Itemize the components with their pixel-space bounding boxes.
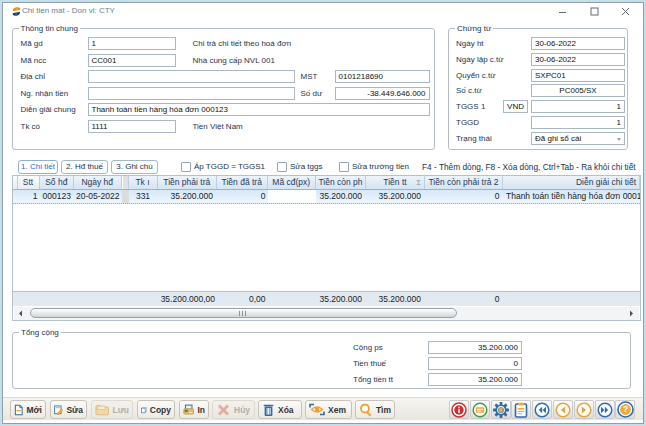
bottom-toolbar: Mới Sửa Lưu Copy: [3, 397, 643, 420]
grid-header-stt[interactable]: Stt: [18, 176, 40, 189]
so-ctu-label: Số c.từ: [456, 84, 482, 97]
info-button[interactable]: [449, 400, 469, 419]
grid-header-so-hd[interactable]: Số hđ: [40, 176, 75, 189]
dia-chi-input[interactable]: [88, 70, 295, 83]
tggd-input[interactable]: 1: [531, 116, 625, 129]
tggs1-currency-input[interactable]: VND: [503, 100, 528, 113]
cell-ma-cd[interactable]: [268, 190, 317, 203]
sua-tggs-checkbox[interactable]: [277, 162, 287, 172]
tk-co-input[interactable]: 1111: [88, 120, 176, 133]
tong-tien-tt-input[interactable]: 35.200.000: [428, 373, 522, 386]
grid-header-ma-cd[interactable]: Mã cđ(px): [268, 176, 317, 189]
general-info-legend: Thông tin chung: [19, 23, 80, 34]
tggs1-rate-input[interactable]: 1: [531, 100, 625, 113]
trang-thai-select[interactable]: Đã ghi sổ cái: [531, 132, 625, 145]
next-record-button[interactable]: [574, 400, 594, 419]
summary-tien-tt: 35.200.000: [366, 293, 425, 306]
trang-thai-label: Trạng thái: [456, 132, 492, 145]
grid-header-row: Stt Số hđ Ngày hđ Tk ı Tiền phải trả Tiề…: [13, 176, 640, 190]
grid-header-dien-giai[interactable]: Diễn giải chi tiết: [503, 176, 640, 189]
print-button[interactable]: In: [179, 400, 209, 419]
minimize-button[interactable]: [550, 3, 574, 20]
help-button[interactable]: ?: [615, 400, 635, 419]
delete-button-label: Xóa: [278, 405, 294, 415]
title-bar[interactable]: Chi tien mat - Don vi: CTY: [3, 3, 643, 21]
document-legend: Chứng từ: [455, 23, 493, 34]
app-window: Chi tien mat - Don vi: CTY Thông tin chu…: [0, 0, 646, 426]
edit-button[interactable]: Sửa: [50, 400, 87, 419]
so-du-input[interactable]: -38.449.646.000: [335, 87, 430, 100]
cell-so-hd[interactable]: 000123: [40, 190, 75, 203]
copy-icon: [141, 403, 147, 417]
cong-ps-input[interactable]: 35.200.000: [428, 341, 522, 354]
cell-tien-phai-tra[interactable]: 35.200.000: [158, 190, 218, 203]
scroll-left-arrow[interactable]: [14, 307, 28, 320]
find-button[interactable]: Tìm: [355, 400, 395, 419]
ma-gd-input[interactable]: 1: [88, 37, 176, 50]
grid-header-tien-con-phai-tra-2[interactable]: Tiền còn phải trả 2: [425, 176, 503, 189]
ma-ncc-input[interactable]: CC001: [88, 54, 176, 67]
report-button[interactable]: [511, 400, 531, 419]
new-button[interactable]: Mới: [10, 400, 46, 419]
ng-nhan-tien-input[interactable]: [88, 87, 295, 100]
ma-gd-label: Mã gd: [21, 37, 43, 50]
save-button[interactable]: Lưu: [91, 400, 133, 419]
cancel-button[interactable]: Hủy: [212, 400, 255, 419]
tab-hd-thue[interactable]: 2. Hđ thuế: [61, 160, 108, 174]
note-button[interactable]: [470, 400, 490, 419]
find-button-label: Tìm: [376, 405, 391, 415]
mst-input[interactable]: 0101218690: [335, 70, 430, 83]
close-icon: [621, 7, 630, 16]
previous-record-button[interactable]: [553, 400, 573, 419]
summary-tien-con-phai: 35.200.000: [316, 293, 366, 306]
settings-icon: [493, 402, 509, 418]
delete-button[interactable]: Xóa: [258, 400, 302, 419]
close-button[interactable]: [613, 3, 637, 20]
grid-header-tien-phai-tra[interactable]: Tiền phải trả: [158, 176, 218, 189]
cell-tien-tt[interactable]: 35.200.000: [366, 190, 425, 203]
ngay-lap-ctu-input[interactable]: 30-06-2022: [531, 53, 625, 66]
so-du-label: Số dư: [301, 87, 323, 100]
first-record-button[interactable]: [532, 400, 552, 419]
horizontal-scrollbar[interactable]: [14, 307, 639, 320]
grid-header-tien-con-phai[interactable]: Tiền còn ph: [316, 176, 366, 189]
tab-ghi-chu[interactable]: 3. Ghi chú: [111, 160, 158, 174]
cell-stt[interactable]: 1: [18, 190, 40, 203]
view-button[interactable]: Xem: [305, 400, 352, 419]
report-icon: [513, 402, 529, 418]
maximize-button[interactable]: [582, 3, 606, 20]
grid-header-tk[interactable]: Tk ı: [129, 176, 158, 189]
cong-ps-label: Cộng ps: [353, 341, 383, 354]
dien-giai-chung-input[interactable]: Thanh toán tiền hàng hóa đơn 000123: [88, 103, 430, 116]
copy-button[interactable]: Copy: [137, 400, 175, 419]
tab-chi-tiet[interactable]: 1. Chi tiết: [18, 160, 58, 174]
grid-header-splitter[interactable]: [122, 176, 129, 189]
sua-truong-tien-checkbox[interactable]: [339, 162, 349, 172]
tien-thue-input[interactable]: 0: [428, 357, 522, 370]
settings-button[interactable]: [491, 400, 511, 419]
so-ctu-input[interactable]: PC005/SX: [531, 84, 625, 97]
ap-tggd-checkbox[interactable]: [181, 162, 191, 172]
last-record-button[interactable]: [595, 400, 615, 419]
cell-tk[interactable]: 331: [129, 190, 158, 203]
summary-tien-da-tra: 0,00: [217, 293, 268, 306]
grid-header-ngay-hd[interactable]: Ngày hđ: [74, 176, 122, 189]
scrollbar-thumb[interactable]: [30, 308, 457, 318]
copy-button-label: Copy: [150, 405, 171, 415]
cell-tien-da-tra[interactable]: 0: [217, 190, 268, 203]
ma-ncc-description: Nhà cung cấp NVL 001: [193, 54, 275, 67]
sua-tggs-label: Sửa tggs: [290, 161, 322, 173]
grid-header-tien-da-tra[interactable]: Tiền đã trả: [217, 176, 268, 189]
cell-tien-con-phai-tra-2[interactable]: 0: [425, 190, 503, 203]
cell-dien-giai[interactable]: Thanh toán tiền hàng hóa đơn 0001: [503, 190, 640, 203]
quyen-ctu-input[interactable]: SXPC01: [531, 69, 625, 82]
previous-record-icon: [555, 402, 571, 418]
grid-row-1[interactable]: 1 000123 20-05-2022 331 35.200.000 0 35.…: [13, 190, 640, 204]
ngay-ht-input[interactable]: 30-06-2022: [531, 37, 625, 50]
chevron-down-icon: [617, 138, 621, 141]
scroll-right-arrow[interactable]: [625, 307, 639, 320]
note-icon: [472, 402, 488, 418]
cell-tien-con-phai[interactable]: 35.200.000: [316, 190, 366, 203]
cell-ngay-hd[interactable]: 20-05-2022: [74, 190, 122, 203]
tk-co-label: Tk có: [21, 120, 41, 133]
